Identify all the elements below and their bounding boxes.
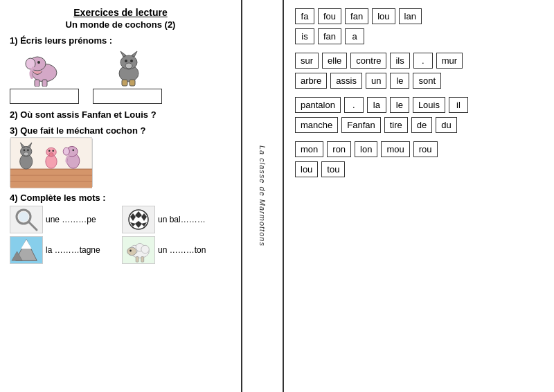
svg-point-35 xyxy=(72,149,74,151)
word-tile[interactable]: a xyxy=(345,28,364,44)
complete-text-4: un ………ton xyxy=(158,245,206,255)
svg-point-10 xyxy=(125,63,132,69)
svg-point-30 xyxy=(52,150,54,152)
svg-point-3 xyxy=(37,61,40,64)
word-row-3-1: pantalon.laleLouisil xyxy=(295,97,543,113)
word-tile[interactable]: tou xyxy=(321,161,345,177)
right-section-2: surellecontreils.mur arbreassisunlesont xyxy=(295,53,543,89)
word-row-2-1: surellecontreils.mur xyxy=(295,53,543,69)
svg-rect-14 xyxy=(129,80,135,86)
name-input-1[interactable] xyxy=(10,89,79,104)
word-row-1-2: isfana xyxy=(295,28,543,44)
name-input-2[interactable] xyxy=(93,89,162,104)
word-tile[interactable]: tire xyxy=(384,117,408,133)
word-tile[interactable]: fou xyxy=(318,8,341,24)
word-tile[interactable]: . xyxy=(413,53,433,69)
sheep-icon xyxy=(122,236,155,264)
word-tile[interactable]: manche xyxy=(295,117,338,133)
word-tile[interactable]: Louis xyxy=(413,97,445,113)
section-2-title: 2) Où sont assis Fanfan et Louis ? xyxy=(10,109,231,120)
svg-line-38 xyxy=(28,222,37,230)
word-tile[interactable]: ron xyxy=(327,141,351,157)
complete-item-3: la ………tagne xyxy=(10,236,119,264)
word-tile[interactable]: fan xyxy=(318,28,341,44)
svg-point-56 xyxy=(129,250,132,252)
section-1: 1) Écris leurs prénoms : xyxy=(10,35,231,104)
word-tile[interactable]: sur xyxy=(295,53,319,69)
wolf-icon xyxy=(107,48,148,87)
word-tile[interactable]: mur xyxy=(436,53,463,69)
word-tile[interactable]: du xyxy=(436,117,456,133)
svg-rect-13 xyxy=(122,80,127,86)
svg-rect-58 xyxy=(141,257,144,262)
soccer-ball-icon xyxy=(122,206,155,233)
word-tile[interactable]: fa xyxy=(295,8,314,24)
word-row-3-2: mancheFanfantirededu xyxy=(295,117,543,133)
word-tile[interactable]: is xyxy=(295,28,314,44)
animal-elephant xyxy=(10,48,79,104)
word-tile[interactable]: la xyxy=(367,97,386,113)
complete-item-2: un bal……… xyxy=(122,206,231,233)
word-tile[interactable]: ils xyxy=(390,53,409,69)
elephant-icon xyxy=(24,48,65,87)
center-label: La classe de Marmottons xyxy=(258,145,267,247)
svg-point-11 xyxy=(125,60,127,62)
word-tile[interactable]: le xyxy=(390,73,409,89)
word-tile[interactable]: lan xyxy=(399,8,422,24)
svg-point-37 xyxy=(19,212,28,222)
word-tile[interactable]: . xyxy=(344,97,364,113)
section-4: 4) Complète les mots : une ………pe xyxy=(10,193,231,264)
svg-point-34 xyxy=(63,148,69,155)
word-tile[interactable]: Fanfan xyxy=(341,117,380,133)
svg-rect-57 xyxy=(136,257,138,262)
word-tile[interactable]: mon xyxy=(295,141,323,157)
right-section-1: fafoufanloulan isfana xyxy=(295,8,543,44)
word-tile[interactable]: mou xyxy=(381,141,409,157)
word-tile[interactable]: contre xyxy=(350,53,386,69)
word-row-2-2: arbreassisunlesont xyxy=(295,73,543,89)
word-tile[interactable]: un xyxy=(366,73,386,89)
page-title: Exercices de lecture xyxy=(10,7,231,18)
word-tile[interactable]: elle xyxy=(322,53,347,69)
word-tile[interactable]: fan xyxy=(345,8,368,24)
page-subtitle: Un monde de cochons (2) xyxy=(10,19,231,30)
svg-point-31 xyxy=(49,152,53,156)
word-tile[interactable]: sont xyxy=(413,73,441,89)
word-tile[interactable]: lou xyxy=(372,8,395,24)
word-row-4-2: loutou xyxy=(295,161,543,177)
svg-point-26 xyxy=(24,152,28,156)
svg-point-24 xyxy=(24,149,26,151)
animal-wolf xyxy=(93,48,162,104)
scene-image xyxy=(10,139,93,187)
word-row-4-1: monronlonmourou xyxy=(295,141,543,157)
word-tile[interactable]: rou xyxy=(413,141,438,157)
svg-rect-5 xyxy=(42,80,47,87)
section-3-title: 3) Que fait le méchant cochon ? xyxy=(10,125,231,136)
right-panel: fafoufanloulan isfana surellecontreils.m… xyxy=(284,0,554,392)
word-tile[interactable]: lon xyxy=(355,141,377,157)
right-section-3: pantalon.laleLouisil mancheFanfantireded… xyxy=(295,97,543,133)
word-tile[interactable]: arbre xyxy=(295,73,327,89)
word-tile[interactable]: pantalon xyxy=(295,97,341,113)
complete-text-3: la ………tagne xyxy=(46,245,100,255)
svg-rect-16 xyxy=(10,169,92,188)
word-tile[interactable]: il xyxy=(449,97,468,113)
complete-grid: une ………pe un bal……… xyxy=(10,206,231,264)
center-strip: La classe de Marmottons xyxy=(242,0,284,392)
svg-rect-4 xyxy=(35,80,39,87)
complete-item-4: un ………ton xyxy=(122,236,231,264)
svg-point-54 xyxy=(141,245,150,253)
section-1-title: 1) Écris leurs prénoms : xyxy=(10,35,231,46)
svg-point-55 xyxy=(127,247,136,256)
complete-item-1: une ………pe xyxy=(10,206,119,233)
word-tile[interactable]: assis xyxy=(330,73,362,89)
word-row-1-1: fafoufanloulan xyxy=(295,8,543,24)
section-2: 2) Où sont assis Fanfan et Louis ? xyxy=(10,109,231,120)
word-tile[interactable]: lou xyxy=(295,161,318,177)
left-panel: Exercices de lecture Un monde de cochons… xyxy=(0,0,242,392)
word-tile[interactable]: de xyxy=(411,117,432,133)
word-tile[interactable]: le xyxy=(390,97,409,113)
svg-point-25 xyxy=(27,149,29,151)
complete-text-1: une ………pe xyxy=(46,215,96,224)
magnifier-icon xyxy=(10,206,43,233)
